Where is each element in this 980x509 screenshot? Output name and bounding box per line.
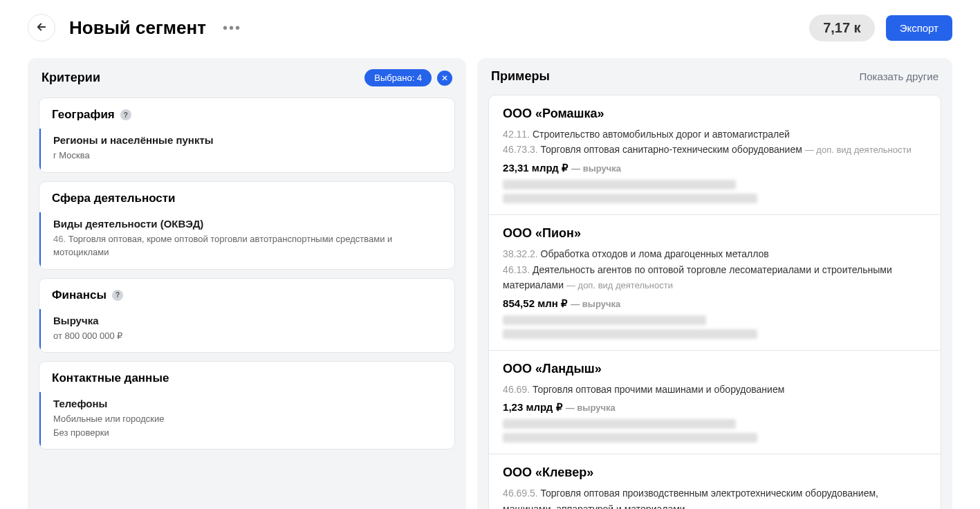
redacted-address bbox=[503, 315, 706, 325]
criteria-subtitle: Телефоны bbox=[53, 398, 442, 409]
selected-count-badge[interactable]: Выбрано: 4 bbox=[364, 69, 432, 86]
help-icon[interactable]: ? bbox=[120, 109, 131, 120]
company-name: ООО «Клевер» bbox=[503, 465, 927, 480]
criteria-panel: Критерии Выбрано: 4 ✕ География ? Регион… bbox=[28, 58, 466, 509]
card-title: Финансы bbox=[52, 288, 107, 302]
redacted-details bbox=[503, 433, 757, 443]
example-item[interactable]: ООО «Пион» 38.32.2. Обработка отходов и … bbox=[489, 215, 941, 351]
criteria-subtitle: Регионы и населённые пункты bbox=[53, 134, 442, 146]
example-item[interactable]: ООО «Ромашка» 42.11. Строительство автом… bbox=[489, 95, 941, 215]
activity-line: 38.32.2. Обработка отходов и лома драгоц… bbox=[503, 246, 927, 261]
company-name: ООО «Пион» bbox=[503, 226, 927, 241]
example-item[interactable]: ООО «Клевер» 46.69.5. Торговля оптовая п… bbox=[489, 454, 941, 509]
criteria-card-finance[interactable]: Финансы ? Выручка от 800 000 000 ₽ bbox=[39, 278, 455, 353]
page-title: Новый сегмент bbox=[69, 17, 206, 39]
criteria-value-secondary: Без проверки bbox=[53, 426, 442, 440]
card-title: География bbox=[52, 108, 115, 122]
card-title: Контактные данные bbox=[52, 371, 169, 385]
revenue-value: 23,31 млрд ₽ — выручка bbox=[503, 162, 927, 174]
example-item[interactable]: ООО «Ландыш» 46.69. Торговля оптовая про… bbox=[489, 351, 941, 454]
example-list: ООО «Ромашка» 42.11. Строительство автом… bbox=[488, 95, 941, 509]
redacted-address bbox=[503, 419, 736, 429]
redacted-details bbox=[503, 194, 757, 203]
card-title: Сфера деятельности bbox=[52, 192, 176, 205]
result-count-badge: 7,17 к bbox=[809, 15, 875, 41]
examples-title: Примеры bbox=[491, 69, 550, 84]
activity-line: 42.11. Строительство автомобильных дорог… bbox=[503, 127, 927, 142]
criteria-subtitle: Виды деятельности (ОКВЭД) bbox=[53, 218, 442, 230]
criteria-value: г Москва bbox=[53, 149, 442, 163]
criteria-card-activity[interactable]: Сфера деятельности Виды деятельности (ОК… bbox=[39, 181, 455, 270]
redacted-details bbox=[503, 329, 757, 339]
criteria-title: Критерии bbox=[41, 71, 100, 85]
close-icon: ✕ bbox=[441, 73, 448, 83]
arrow-left-icon bbox=[35, 21, 48, 35]
company-name: ООО «Ромашка» bbox=[503, 107, 927, 121]
activity-line: 46.13. Деятельность агентов по оптовой т… bbox=[503, 262, 927, 293]
criteria-value: 46. Торговля оптовая, кроме оптовой торг… bbox=[53, 232, 442, 259]
revenue-value: 1,23 млрд ₽ — выручка bbox=[503, 401, 927, 414]
help-icon[interactable]: ? bbox=[112, 290, 123, 301]
examples-panel: Примеры Показать другие ООО «Ромашка» 42… bbox=[477, 58, 952, 509]
criteria-value: от 800 000 000 ₽ bbox=[53, 329, 442, 343]
back-button[interactable] bbox=[28, 14, 55, 41]
page-header: Новый сегмент ••• 7,17 к Экспорт bbox=[28, 14, 952, 41]
criteria-card-geography[interactable]: География ? Регионы и населённые пункты … bbox=[39, 98, 455, 173]
clear-selection-button[interactable]: ✕ bbox=[437, 71, 452, 86]
activity-line: 46.69.5. Торговля оптовая производственн… bbox=[503, 485, 927, 509]
redacted-address bbox=[503, 180, 736, 189]
criteria-value: Мобильные или городские bbox=[53, 412, 442, 426]
show-other-button[interactable]: Показать другие bbox=[859, 71, 939, 82]
more-button[interactable]: ••• bbox=[223, 20, 241, 36]
revenue-value: 854,52 млн ₽ — выручка bbox=[503, 297, 927, 310]
activity-line: 46.73.3. Торговля оптовая санитарно-техн… bbox=[503, 142, 927, 158]
export-button[interactable]: Экспорт bbox=[886, 15, 952, 41]
criteria-subtitle: Выручка bbox=[53, 315, 442, 326]
criteria-card-contacts[interactable]: Контактные данные Телефоны Мобильные или… bbox=[39, 361, 455, 450]
activity-line: 46.69. Торговля оптовая прочими машинами… bbox=[503, 382, 927, 397]
company-name: ООО «Ландыш» bbox=[503, 362, 927, 376]
